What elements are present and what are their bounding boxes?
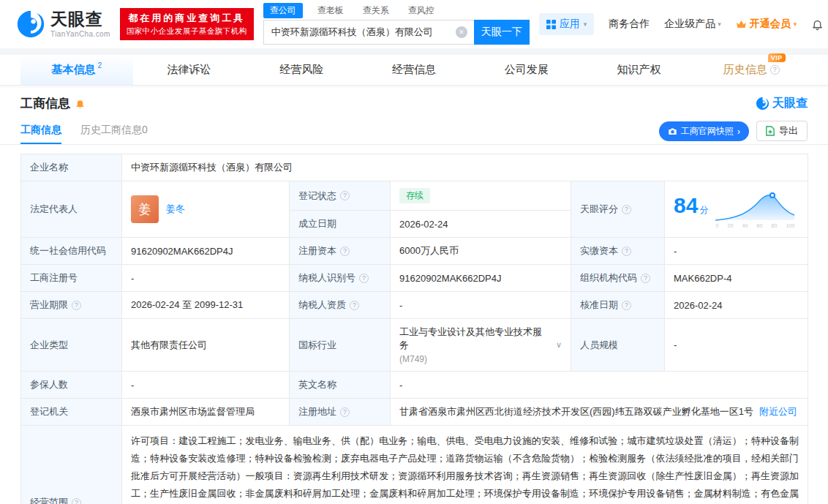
score-axis-tick: 0 — [715, 223, 718, 228]
apps-menu-label: 应用 — [560, 18, 580, 31]
industry-label: 国标行业 — [298, 339, 336, 350]
tab-company-development[interactable]: 公司发展 — [470, 55, 583, 85]
watermark-text: 天眼查 — [772, 96, 808, 111]
subtab-business-info[interactable]: 工商信息 — [20, 118, 61, 144]
term-help-icon[interactable] — [72, 301, 81, 310]
approval-date-help-icon[interactable] — [622, 301, 631, 310]
score-help-icon[interactable] — [622, 205, 631, 214]
search-tab-company[interactable]: 查公司 — [263, 3, 303, 18]
staff-size-label: 人员规模 — [580, 339, 618, 350]
reg-status-help-icon[interactable] — [340, 191, 350, 200]
term-cell: 2026-02-24 至 2099-12-31 — [122, 292, 290, 319]
insured-value: - — [131, 380, 134, 391]
table-row: 法定代表人 姜 姜冬 登记状态 存续 天眼评分 84 分 — [21, 181, 808, 211]
reg-number-label-cell: 工商注册号 — [21, 265, 122, 292]
crown-icon — [736, 20, 747, 29]
nearby-companies-link[interactable]: 附近公司 — [759, 406, 797, 417]
alert-bell-icon[interactable] — [75, 98, 86, 109]
address-value: 甘肃省酒泉市肃州区西北街道经济技术开发区(西园)纬五路双碳产业孵化基地一区1号 — [399, 406, 753, 417]
industry-value: 工业与专业设计及其他专业技术服务 — [399, 326, 552, 352]
logo-domain: TianYanCha.com — [50, 30, 110, 38]
business-info-section-head: 工商信息 天眼查 — [0, 86, 828, 118]
insured-label: 参保人数 — [30, 379, 68, 390]
taxpayer-id-help-icon[interactable] — [359, 274, 369, 283]
authority-value: 酒泉市肃州区市场监督管理局 — [131, 406, 255, 417]
score-trend-chart: 0 20 40 60 80 100 — [714, 190, 796, 228]
reg-status-label: 登记状态 — [298, 189, 336, 203]
chevron-down-icon — [584, 20, 587, 28]
official-snapshot-button[interactable]: 工商官网快照 — [659, 121, 749, 141]
tab-legal-proceedings[interactable]: 法律诉讼 — [133, 55, 246, 85]
business-scope-cell: 许可项目：建设工程施工；发电业务、输电业务、供（配）电业务；输电、供电、受电电力… — [122, 426, 808, 504]
address-label: 注册地址 — [298, 405, 336, 418]
tab-intellectual-property[interactable]: 知识产权 — [583, 55, 696, 85]
enterprise-products-label: 企业级产品 — [664, 18, 715, 31]
legal-rep-name-link[interactable]: 姜冬 — [166, 203, 185, 216]
tab-operating-info[interactable]: 经营信息 — [358, 55, 470, 85]
notifications-bell-icon[interactable] — [811, 18, 824, 31]
legal-rep-avatar[interactable]: 姜 — [131, 195, 159, 223]
search-button[interactable]: 天眼一下 — [474, 20, 530, 45]
chevron-down-icon — [718, 20, 721, 28]
score-axis-tick: 80 — [772, 223, 778, 228]
business-scope-help-icon[interactable] — [72, 498, 81, 504]
address-help-icon[interactable] — [340, 407, 350, 417]
search-tab-relation[interactable]: 查关系 — [358, 4, 394, 18]
score-axis-tick: 60 — [757, 223, 763, 228]
menu-enterprise-products[interactable]: 企业级产品 — [664, 18, 721, 31]
subtab-history-business-info[interactable]: 历史工商信息0 — [80, 118, 148, 144]
open-vip-button[interactable]: 开通会员 — [736, 18, 797, 31]
chevron-down-icon[interactable] — [556, 340, 562, 350]
arrow-right-icon — [737, 126, 740, 137]
staff-size-cell: - — [665, 319, 808, 372]
top-menu: 应用 商务合作 企业级产品 开通会员 费米 — [539, 13, 828, 35]
legal-rep-label-cell: 法定代表人 — [21, 181, 122, 238]
reg-capital-help-icon[interactable] — [340, 247, 350, 256]
company-name-label: 企业名称 — [30, 162, 68, 173]
paid-capital-label: 实缴资本 — [580, 244, 618, 257]
business-info-table: 企业名称 中资环新源循环科技（酒泉）有限公司 法定代表人 姜 姜冬 登记状态 存… — [20, 154, 808, 504]
credit-code-value: 91620902MAK662DP4J — [131, 246, 233, 257]
score-cell[interactable]: 84 分 — [665, 181, 808, 238]
history-info-help-icon — [770, 65, 780, 75]
term-label: 营业期限 — [30, 298, 68, 312]
apps-menu-button[interactable]: 应用 — [539, 13, 595, 35]
taxpayer-quality-cell: - — [391, 292, 571, 319]
staff-size-label-cell: 人员规模 — [571, 319, 665, 372]
score-unit: 分 — [699, 204, 708, 217]
search-tab-boss[interactable]: 查老板 — [313, 4, 348, 18]
taxpayer-id-value: 91620902MAK662DP4J — [399, 273, 502, 284]
search-tab-risk[interactable]: 查风控 — [404, 4, 439, 18]
taxpayer-quality-help-icon[interactable] — [350, 301, 359, 310]
search-input[interactable] — [263, 20, 474, 45]
chevron-down-icon — [794, 20, 797, 28]
taxpayer-quality-label: 纳税人资质 — [298, 298, 346, 312]
authority-label-cell: 登记机关 — [21, 399, 122, 426]
clear-input-icon[interactable] — [456, 26, 467, 38]
staff-size-value: - — [674, 339, 677, 350]
table-row: 营业期限 2026-02-24 至 2099-12-31 纳税人资质 - 核准日… — [21, 292, 808, 319]
paid-capital-label-cell: 实缴资本 — [571, 238, 665, 265]
status-badge: 存续 — [399, 188, 430, 203]
org-code-help-icon[interactable] — [641, 274, 650, 283]
tab-history-info[interactable]: 历史信息 VIP — [695, 55, 808, 85]
tianyancha-logo[interactable]: 天眼查 TianYanCha.com — [16, 10, 110, 39]
org-code-value: MAK662DP-4 — [674, 273, 731, 284]
reg-status-label-cell: 登记状态 — [290, 181, 391, 211]
menu-business-cooperation[interactable]: 商务合作 — [609, 18, 650, 31]
industry-label-cell: 国标行业 — [290, 319, 391, 372]
reg-capital-cell: 6000万人民币 — [391, 238, 571, 265]
address-label-cell: 注册地址 — [290, 399, 391, 426]
export-icon — [766, 126, 775, 136]
term-value: 2026-02-24 至 2099-12-31 — [131, 299, 243, 310]
export-button[interactable]: 导出 — [756, 121, 808, 141]
tab-operating-risk[interactable]: 经营风险 — [245, 55, 358, 85]
term-label-cell: 营业期限 — [21, 292, 122, 319]
insured-label-cell: 参保人数 — [21, 372, 122, 399]
tab-basic-info[interactable]: 基本信息 2 — [20, 55, 133, 85]
taxpayer-id-label: 纳税人识别号 — [298, 271, 355, 285]
paid-capital-help-icon[interactable] — [622, 247, 631, 256]
reg-capital-label: 注册资本 — [298, 244, 336, 257]
credit-code-label-cell: 统一社会信用代码 — [21, 238, 122, 265]
table-row: 参保人数 - 英文名称 - — [21, 372, 808, 399]
